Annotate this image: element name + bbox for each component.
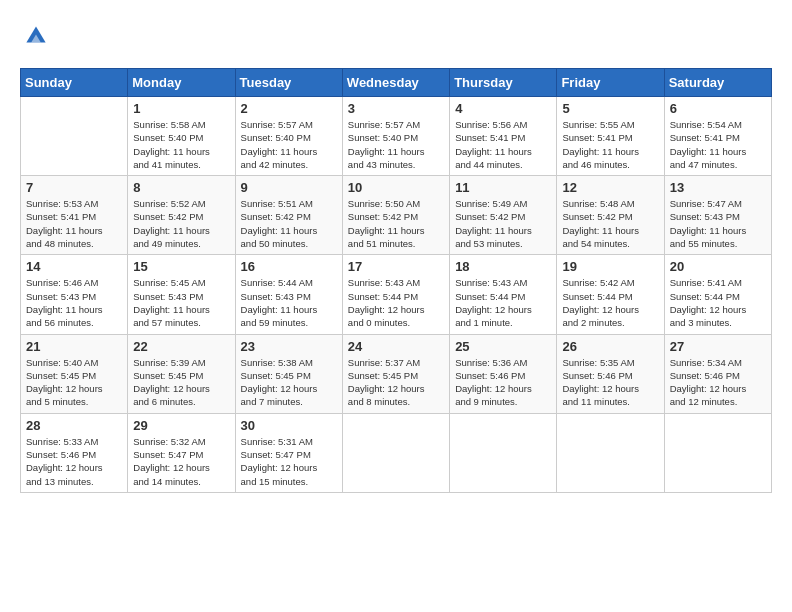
day-info: Sunrise: 5:54 AM Sunset: 5:41 PM Dayligh… [670, 118, 766, 171]
week-row-1: 1Sunrise: 5:58 AM Sunset: 5:40 PM Daylig… [21, 97, 772, 176]
day-number: 9 [241, 180, 337, 195]
day-cell: 15Sunrise: 5:45 AM Sunset: 5:43 PM Dayli… [128, 255, 235, 334]
day-cell [342, 413, 449, 492]
day-cell: 27Sunrise: 5:34 AM Sunset: 5:46 PM Dayli… [664, 334, 771, 413]
day-cell [664, 413, 771, 492]
day-info: Sunrise: 5:40 AM Sunset: 5:45 PM Dayligh… [26, 356, 122, 409]
day-cell: 18Sunrise: 5:43 AM Sunset: 5:44 PM Dayli… [450, 255, 557, 334]
day-info: Sunrise: 5:45 AM Sunset: 5:43 PM Dayligh… [133, 276, 229, 329]
day-number: 14 [26, 259, 122, 274]
week-row-5: 28Sunrise: 5:33 AM Sunset: 5:46 PM Dayli… [21, 413, 772, 492]
day-cell: 24Sunrise: 5:37 AM Sunset: 5:45 PM Dayli… [342, 334, 449, 413]
day-number: 7 [26, 180, 122, 195]
day-info: Sunrise: 5:36 AM Sunset: 5:46 PM Dayligh… [455, 356, 551, 409]
header-saturday: Saturday [664, 69, 771, 97]
day-number: 19 [562, 259, 658, 274]
day-info: Sunrise: 5:35 AM Sunset: 5:46 PM Dayligh… [562, 356, 658, 409]
day-info: Sunrise: 5:44 AM Sunset: 5:43 PM Dayligh… [241, 276, 337, 329]
day-cell: 4Sunrise: 5:56 AM Sunset: 5:41 PM Daylig… [450, 97, 557, 176]
header-wednesday: Wednesday [342, 69, 449, 97]
day-number: 12 [562, 180, 658, 195]
day-info: Sunrise: 5:38 AM Sunset: 5:45 PM Dayligh… [241, 356, 337, 409]
day-cell: 7Sunrise: 5:53 AM Sunset: 5:41 PM Daylig… [21, 176, 128, 255]
day-cell: 22Sunrise: 5:39 AM Sunset: 5:45 PM Dayli… [128, 334, 235, 413]
day-info: Sunrise: 5:48 AM Sunset: 5:42 PM Dayligh… [562, 197, 658, 250]
day-info: Sunrise: 5:55 AM Sunset: 5:41 PM Dayligh… [562, 118, 658, 171]
header-friday: Friday [557, 69, 664, 97]
day-info: Sunrise: 5:53 AM Sunset: 5:41 PM Dayligh… [26, 197, 122, 250]
day-info: Sunrise: 5:47 AM Sunset: 5:43 PM Dayligh… [670, 197, 766, 250]
day-info: Sunrise: 5:46 AM Sunset: 5:43 PM Dayligh… [26, 276, 122, 329]
day-cell: 12Sunrise: 5:48 AM Sunset: 5:42 PM Dayli… [557, 176, 664, 255]
day-info: Sunrise: 5:51 AM Sunset: 5:42 PM Dayligh… [241, 197, 337, 250]
day-number: 30 [241, 418, 337, 433]
day-info: Sunrise: 5:37 AM Sunset: 5:45 PM Dayligh… [348, 356, 444, 409]
day-info: Sunrise: 5:33 AM Sunset: 5:46 PM Dayligh… [26, 435, 122, 488]
day-info: Sunrise: 5:43 AM Sunset: 5:44 PM Dayligh… [348, 276, 444, 329]
day-cell [450, 413, 557, 492]
day-info: Sunrise: 5:57 AM Sunset: 5:40 PM Dayligh… [348, 118, 444, 171]
day-number: 4 [455, 101, 551, 116]
calendar-body: 1Sunrise: 5:58 AM Sunset: 5:40 PM Daylig… [21, 97, 772, 493]
day-info: Sunrise: 5:43 AM Sunset: 5:44 PM Dayligh… [455, 276, 551, 329]
day-number: 20 [670, 259, 766, 274]
header-sunday: Sunday [21, 69, 128, 97]
day-cell: 26Sunrise: 5:35 AM Sunset: 5:46 PM Dayli… [557, 334, 664, 413]
day-number: 26 [562, 339, 658, 354]
day-info: Sunrise: 5:42 AM Sunset: 5:44 PM Dayligh… [562, 276, 658, 329]
day-info: Sunrise: 5:34 AM Sunset: 5:46 PM Dayligh… [670, 356, 766, 409]
day-number: 1 [133, 101, 229, 116]
day-cell: 20Sunrise: 5:41 AM Sunset: 5:44 PM Dayli… [664, 255, 771, 334]
logo-icon [20, 20, 52, 52]
day-number: 13 [670, 180, 766, 195]
day-number: 22 [133, 339, 229, 354]
day-number: 8 [133, 180, 229, 195]
day-cell: 25Sunrise: 5:36 AM Sunset: 5:46 PM Dayli… [450, 334, 557, 413]
day-number: 17 [348, 259, 444, 274]
header-tuesday: Tuesday [235, 69, 342, 97]
day-number: 10 [348, 180, 444, 195]
page-header [20, 20, 772, 52]
day-number: 18 [455, 259, 551, 274]
day-info: Sunrise: 5:50 AM Sunset: 5:42 PM Dayligh… [348, 197, 444, 250]
day-cell: 6Sunrise: 5:54 AM Sunset: 5:41 PM Daylig… [664, 97, 771, 176]
day-info: Sunrise: 5:58 AM Sunset: 5:40 PM Dayligh… [133, 118, 229, 171]
day-info: Sunrise: 5:31 AM Sunset: 5:47 PM Dayligh… [241, 435, 337, 488]
day-cell [21, 97, 128, 176]
day-number: 25 [455, 339, 551, 354]
day-cell: 19Sunrise: 5:42 AM Sunset: 5:44 PM Dayli… [557, 255, 664, 334]
day-number: 11 [455, 180, 551, 195]
day-cell: 3Sunrise: 5:57 AM Sunset: 5:40 PM Daylig… [342, 97, 449, 176]
header-monday: Monday [128, 69, 235, 97]
week-row-2: 7Sunrise: 5:53 AM Sunset: 5:41 PM Daylig… [21, 176, 772, 255]
day-number: 5 [562, 101, 658, 116]
day-number: 2 [241, 101, 337, 116]
calendar-header: SundayMondayTuesdayWednesdayThursdayFrid… [21, 69, 772, 97]
week-row-3: 14Sunrise: 5:46 AM Sunset: 5:43 PM Dayli… [21, 255, 772, 334]
day-cell: 17Sunrise: 5:43 AM Sunset: 5:44 PM Dayli… [342, 255, 449, 334]
day-info: Sunrise: 5:57 AM Sunset: 5:40 PM Dayligh… [241, 118, 337, 171]
day-info: Sunrise: 5:56 AM Sunset: 5:41 PM Dayligh… [455, 118, 551, 171]
day-info: Sunrise: 5:52 AM Sunset: 5:42 PM Dayligh… [133, 197, 229, 250]
day-cell: 14Sunrise: 5:46 AM Sunset: 5:43 PM Dayli… [21, 255, 128, 334]
logo [20, 20, 56, 52]
day-cell: 16Sunrise: 5:44 AM Sunset: 5:43 PM Dayli… [235, 255, 342, 334]
day-cell: 9Sunrise: 5:51 AM Sunset: 5:42 PM Daylig… [235, 176, 342, 255]
day-number: 3 [348, 101, 444, 116]
day-number: 21 [26, 339, 122, 354]
day-info: Sunrise: 5:41 AM Sunset: 5:44 PM Dayligh… [670, 276, 766, 329]
day-number: 24 [348, 339, 444, 354]
day-info: Sunrise: 5:39 AM Sunset: 5:45 PM Dayligh… [133, 356, 229, 409]
day-number: 23 [241, 339, 337, 354]
day-cell: 29Sunrise: 5:32 AM Sunset: 5:47 PM Dayli… [128, 413, 235, 492]
day-number: 6 [670, 101, 766, 116]
day-cell [557, 413, 664, 492]
day-cell: 10Sunrise: 5:50 AM Sunset: 5:42 PM Dayli… [342, 176, 449, 255]
day-number: 27 [670, 339, 766, 354]
day-cell: 28Sunrise: 5:33 AM Sunset: 5:46 PM Dayli… [21, 413, 128, 492]
header-thursday: Thursday [450, 69, 557, 97]
day-number: 15 [133, 259, 229, 274]
day-cell: 8Sunrise: 5:52 AM Sunset: 5:42 PM Daylig… [128, 176, 235, 255]
calendar-table: SundayMondayTuesdayWednesdayThursdayFrid… [20, 68, 772, 493]
day-cell: 11Sunrise: 5:49 AM Sunset: 5:42 PM Dayli… [450, 176, 557, 255]
